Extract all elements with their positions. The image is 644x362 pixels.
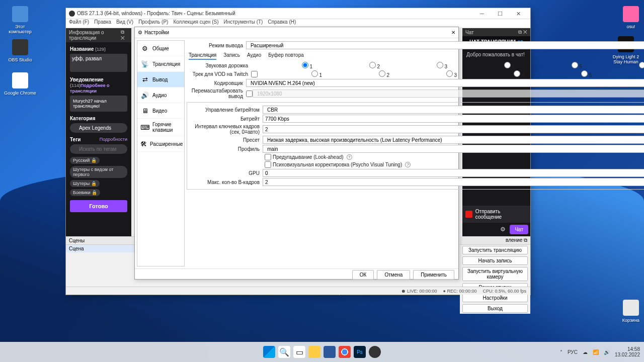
close-button[interactable]: ✕: [509, 9, 527, 19]
nav-icon: ⚙: [140, 44, 149, 53]
desktop-icon-this-pc[interactable]: Этот компьютер: [4, 6, 36, 34]
nav-icon: 🖥: [140, 106, 149, 115]
rate-control-select[interactable]: CBR: [263, 106, 644, 114]
tray-wifi-icon[interactable]: 📶: [593, 349, 599, 355]
rescale-select: 1920x1080: [253, 89, 644, 98]
popout-icon[interactable]: ⧉: [121, 29, 124, 35]
cpu-status: CPU: 0.5%, 60.00 fps: [482, 289, 526, 294]
popout-icon[interactable]: ⧉: [518, 29, 522, 35]
done-button[interactable]: Готово: [70, 200, 127, 212]
nav-icon: ⌨: [140, 123, 149, 132]
minimize-button[interactable]: ─: [473, 9, 491, 19]
task-view-icon[interactable]: ▭: [293, 346, 305, 358]
chrome-icon[interactable]: [339, 346, 351, 358]
apply-button[interactable]: Применить: [413, 270, 454, 280]
name-label: Название: [70, 46, 94, 52]
settings-nav-item[interactable]: 📡Трансляция: [137, 56, 184, 72]
category-input[interactable]: [70, 123, 127, 133]
encoder-select[interactable]: NVIDIA NVENC H.264 (new): [246, 79, 644, 87]
keyint-input[interactable]: [263, 125, 644, 133]
lookahead-checkbox[interactable]: [265, 154, 271, 160]
track-radio[interactable]: [514, 70, 520, 77]
tray-cloud-icon[interactable]: ☁: [583, 349, 588, 355]
control-button[interactable]: Настройки: [462, 294, 528, 302]
tags-search-input[interactable]: [70, 144, 127, 154]
track-radio[interactable]: [437, 62, 443, 68]
tray-clock[interactable]: 14:5813.02.2022: [615, 346, 640, 357]
output-tabs: ТрансляцияЗаписьАудиоБуфер повтора: [189, 52, 644, 60]
track-radio[interactable]: [369, 62, 376, 68]
nav-icon: 📡: [140, 59, 149, 68]
settings-nav-item[interactable]: 🔊Аудио: [137, 87, 184, 103]
settings-icon: ⚙: [138, 30, 142, 35]
output-mode-select[interactable]: Расширенный: [246, 41, 644, 49]
settings-nav-item[interactable]: ⌨Горячие клавиши: [137, 119, 184, 136]
settings-nav-item[interactable]: ⚙Общие: [137, 41, 184, 56]
track-radio[interactable]: [504, 62, 511, 68]
track-radio[interactable]: [302, 62, 308, 68]
help-icon[interactable]: ?: [347, 154, 352, 160]
encoder-label: Кодировщик: [187, 80, 246, 86]
output-tab[interactable]: Трансляция: [189, 52, 216, 60]
menu-item[interactable]: Файл (F): [69, 19, 89, 28]
close-icon[interactable]: ✕: [121, 35, 125, 41]
output-tab[interactable]: Аудио: [247, 52, 261, 60]
desktop-icon-obs-studio[interactable]: OBS Studio: [4, 39, 36, 62]
tag-chip[interactable]: Русский 🔒: [70, 157, 100, 164]
track-radio[interactable]: [311, 70, 318, 77]
vod-track-label: Трек для VOD на Twitch: [187, 71, 251, 77]
search-icon[interactable]: 🔍: [278, 346, 290, 358]
tray-chevron-icon[interactable]: ˄: [560, 349, 562, 355]
desktop-icon-osu[interactable]: osu!: [615, 6, 644, 29]
notification-item: Murych27 начал трансляцию!: [70, 96, 127, 112]
tag-chip[interactable]: Шутеры с видом от первого: [70, 166, 127, 178]
vod-enable-checkbox[interactable]: [251, 70, 258, 78]
track-radio[interactable]: [446, 70, 453, 77]
settings-nav-item[interactable]: ⇄Вывод: [137, 72, 184, 87]
tray-volume-icon[interactable]: 🔊: [604, 349, 610, 355]
track-radio[interactable]: [572, 62, 578, 68]
desktop-icon-google-chrome[interactable]: Google Chrome: [4, 72, 36, 96]
profile-select[interactable]: main: [263, 145, 644, 153]
window-title: OBS 27.1.3 (64-bit, windows) - Профиль: …: [77, 11, 473, 16]
bitrate-input[interactable]: [263, 115, 644, 123]
tags-more-link[interactable]: Подробности: [100, 137, 127, 144]
word-icon[interactable]: [324, 346, 336, 358]
psycho-checkbox[interactable]: [265, 161, 271, 168]
explorer-icon[interactable]: [308, 346, 320, 358]
titlebar: OBS 27.1.3 (64-bit, windows) - Профиль: …: [66, 8, 530, 19]
settings-nav: ⚙Общие📡Трансляция⇄Вывод🔊Аудио🖥Видео⌨Горя…: [137, 40, 185, 266]
gpu-input[interactable]: [263, 169, 644, 177]
bframes-input[interactable]: [263, 178, 644, 186]
tag-chip[interactable]: Шутеры 🔒: [70, 180, 100, 187]
taskbar: 🔍 ▭ Ps ˄ РУС ☁ 📶 🔊 14:5813.02.2022: [0, 342, 644, 362]
preset-select[interactable]: Низкая задержка, высокая производительно…: [263, 136, 644, 144]
maximize-button[interactable]: ☐: [491, 9, 509, 19]
menu-item[interactable]: Вид (V): [116, 19, 133, 28]
desktop-icon-recycle-bin[interactable]: Корзина: [615, 300, 644, 323]
start-button[interactable]: [263, 346, 275, 358]
settings-nav-item[interactable]: 🛠Расширенные: [137, 136, 184, 152]
help-icon[interactable]: ?: [405, 162, 411, 167]
output-tab[interactable]: Буфер повтора: [268, 52, 304, 60]
output-tab[interactable]: Запись: [223, 52, 240, 60]
obs-taskbar-icon[interactable]: [369, 346, 381, 358]
dialog-title: Настройки: [144, 30, 169, 35]
tray-lang[interactable]: РУС: [568, 349, 578, 355]
track-radio[interactable]: [581, 70, 588, 77]
rescale-checkbox[interactable]: [246, 90, 253, 97]
photoshop-icon[interactable]: Ps: [354, 346, 366, 358]
track-radio[interactable]: [379, 70, 385, 77]
track-radio[interactable]: [639, 62, 644, 68]
ok-button[interactable]: ОК: [352, 270, 374, 280]
stream-title-input[interactable]: уфф, развал: [70, 54, 127, 72]
close-icon[interactable]: ✕: [451, 30, 455, 35]
close-icon[interactable]: ✕: [523, 29, 527, 35]
settings-nav-item[interactable]: 🖥Видео: [137, 103, 184, 119]
menu-item[interactable]: Правка: [94, 19, 111, 28]
nav-icon: 🔊: [140, 90, 149, 100]
control-button[interactable]: Выход: [462, 304, 528, 313]
tag-chip[interactable]: Боевики 🔒: [70, 189, 100, 196]
cancel-button[interactable]: Отмена: [377, 270, 410, 280]
control-button[interactable]: Запустить виртуальную камеру: [462, 267, 528, 281]
